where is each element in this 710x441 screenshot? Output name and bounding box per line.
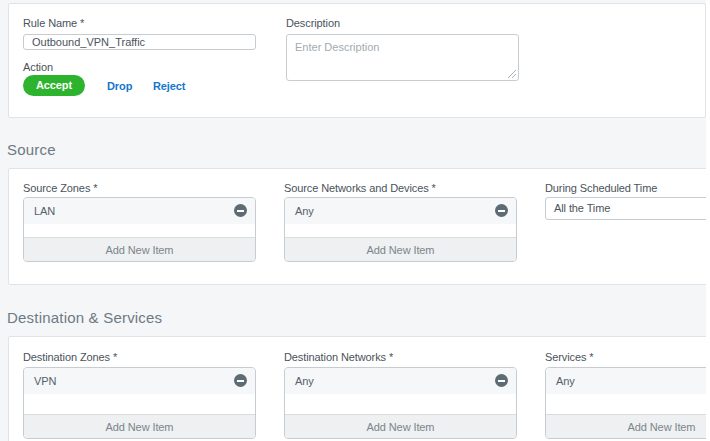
listbox-empty-area [546,394,710,414]
source-network-item-label: Any [295,205,314,217]
during-scheduled-time-select[interactable]: All the Time [545,197,710,220]
action-accept-button[interactable]: Accept [23,75,85,96]
action-reject-button[interactable]: Reject [153,80,185,92]
source-section-header: Source [7,141,56,158]
remove-item-icon[interactable] [234,374,247,387]
during-scheduled-time-label: During Scheduled Time [545,182,657,194]
destination-card: Destination Zones * VPN Add New Item Des… [8,336,710,441]
listbox-empty-area [285,224,516,237]
services-label: Services * [545,351,594,363]
destination-network-item-label: Any [295,375,314,387]
services-listbox: Any Add New Item [545,367,710,439]
rule-name-input[interactable] [23,34,256,50]
list-item: LAN [24,198,255,224]
source-networks-listbox: Any Add New Item [284,197,517,262]
list-item: Any [285,198,516,224]
general-settings-card: Rule Name * Description Action Accept Dr… [8,3,706,118]
remove-item-icon[interactable] [495,374,508,387]
source-zone-item-label: LAN [34,205,55,217]
service-item-label: Any [556,375,575,387]
remove-item-icon[interactable] [234,204,247,217]
source-zones-listbox: LAN Add New Item [23,197,256,262]
rule-name-label: Rule Name * [23,17,84,29]
listbox-empty-area [24,394,255,414]
source-zones-label: Source Zones * [23,182,97,194]
listbox-empty-area [285,394,516,414]
destination-zone-item-label: VPN [34,375,56,387]
destination-zones-add-new-item-button[interactable]: Add New Item [24,414,255,438]
textarea-resize-handle[interactable] [508,70,516,78]
list-item: Any [546,368,710,394]
remove-item-icon[interactable] [495,204,508,217]
listbox-empty-area [24,224,255,237]
destination-zones-label: Destination Zones * [23,351,117,363]
source-zones-add-new-item-button[interactable]: Add New Item [24,237,255,261]
destination-networks-listbox: Any Add New Item [284,367,517,439]
source-card: Source Zones * LAN Add New Item Source N… [8,168,710,285]
destination-zones-listbox: VPN Add New Item [23,367,256,439]
services-add-new-item-button[interactable]: Add New Item [546,414,710,438]
description-label: Description [286,17,340,29]
description-textarea[interactable] [286,34,519,81]
list-item: VPN [24,368,255,394]
source-networks-label: Source Networks and Devices * [284,182,436,194]
source-networks-add-new-item-button[interactable]: Add New Item [285,237,516,261]
action-label: Action [23,61,53,73]
destination-networks-label: Destination Networks * [284,351,393,363]
destination-section-header: Destination & Services [7,309,162,326]
action-drop-button[interactable]: Drop [107,80,132,92]
scrollbar-gutter [706,0,710,441]
list-item: Any [285,368,516,394]
destination-networks-add-new-item-button[interactable]: Add New Item [285,414,516,438]
